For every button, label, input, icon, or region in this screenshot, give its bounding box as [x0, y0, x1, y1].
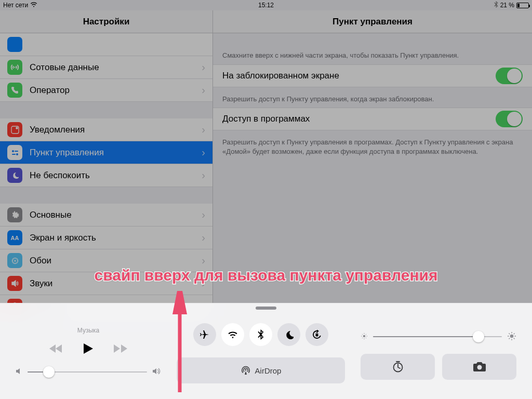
brightness-low-icon	[361, 332, 368, 341]
annotation-text: свайп вверх для вызова пункта управления	[0, 267, 532, 284]
svg-rect-10	[316, 334, 318, 337]
volume-low-icon	[16, 368, 22, 376]
airplane-toggle[interactable]	[193, 323, 216, 346]
play-button[interactable]	[84, 343, 93, 356]
timer-button[interactable]	[361, 354, 435, 380]
music-label: Музыка	[16, 327, 161, 334]
brightness-high-icon	[507, 331, 516, 342]
volume-high-icon	[152, 368, 161, 376]
airdrop-button[interactable]: AirDrop	[177, 357, 345, 383]
svg-point-14	[477, 365, 482, 369]
svg-point-12	[510, 334, 514, 338]
volume-slider[interactable]	[28, 371, 147, 373]
next-track-button[interactable]	[114, 344, 127, 356]
orientation-lock-toggle[interactable]	[305, 323, 328, 346]
annotation-arrow	[169, 291, 190, 395]
airdrop-label: AirDrop	[255, 366, 282, 375]
volume-slider-row	[16, 368, 161, 376]
dnd-toggle[interactable]	[277, 323, 300, 346]
brightness-slider-row	[361, 331, 516, 342]
camera-button[interactable]	[442, 354, 516, 380]
grabber-handle[interactable]	[256, 307, 276, 310]
svg-point-11	[363, 335, 366, 337]
previous-track-button[interactable]	[49, 344, 63, 356]
control-center[interactable]: Музыка	[0, 303, 532, 399]
brightness-slider[interactable]	[373, 336, 502, 337]
bluetooth-toggle[interactable]	[249, 323, 272, 346]
toggle-controls: AirDrop	[177, 313, 345, 390]
right-controls	[361, 313, 516, 390]
airdrop-icon	[241, 365, 251, 376]
wifi-toggle[interactable]	[221, 323, 244, 346]
media-controls: Музыка	[16, 313, 161, 390]
